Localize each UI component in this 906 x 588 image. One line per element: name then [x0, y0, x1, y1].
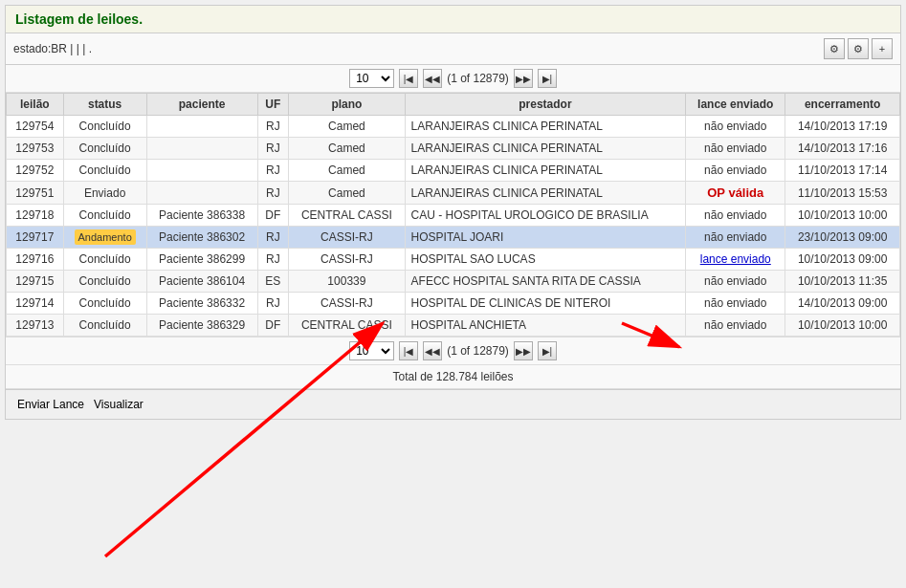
- cell-plano: CENTRAL CASSI: [289, 205, 405, 227]
- cell-status: Concluído: [63, 116, 146, 138]
- cell-lance: OP válida: [686, 182, 785, 205]
- cell-lance: não enviado: [686, 271, 785, 293]
- cell-lance: não enviado: [686, 315, 785, 337]
- cell-encerramento: 10/10/2013 10:00: [785, 205, 900, 227]
- cell-paciente: [146, 160, 257, 182]
- cell-encerramento: 14/10/2013 17:19: [785, 116, 900, 138]
- page-size-select-bottom[interactable]: 10 25 50 100: [349, 341, 394, 360]
- cell-plano: CENTRAL CASSI: [289, 315, 405, 337]
- cell-leilao: 129718: [7, 205, 64, 227]
- cell-encerramento: 23/10/2013 09:00: [785, 227, 900, 249]
- cell-plano: Camed: [289, 116, 405, 138]
- cell-uf: RJ: [257, 138, 289, 160]
- next-page-btn-top[interactable]: ▶▶: [514, 69, 533, 88]
- table-row[interactable]: 129715ConcluídoPaciente 386104ES100339AF…: [7, 271, 900, 293]
- col-prestador: prestador: [405, 94, 686, 116]
- cell-paciente: Paciente 386299: [146, 249, 257, 271]
- cell-uf: RJ: [257, 249, 289, 271]
- cell-paciente: [146, 116, 257, 138]
- cell-status: Concluído: [63, 138, 146, 160]
- table-row[interactable]: 129714ConcluídoPaciente 386332RJCASSI-RJ…: [7, 293, 900, 315]
- cell-status: Concluído: [63, 205, 146, 227]
- cell-status: Enviado: [63, 182, 146, 205]
- cell-leilao: 129751: [7, 182, 64, 205]
- last-page-btn-top[interactable]: ▶|: [538, 69, 557, 88]
- gear-icon-btn[interactable]: ⚙: [848, 38, 869, 59]
- table-row[interactable]: 129716ConcluídoPaciente 386299RJCASSI-RJ…: [7, 249, 900, 271]
- cell-status: Andamento: [63, 227, 146, 249]
- cell-leilao: 129754: [7, 116, 64, 138]
- page-info-top: (1 of 12879): [447, 72, 509, 85]
- cell-prestador: LARANJEIRAS CLINICA PERINATAL: [405, 116, 686, 138]
- cell-paciente: Paciente 386338: [146, 205, 257, 227]
- cell-prestador: LARANJEIRAS CLINICA PERINATAL: [405, 160, 686, 182]
- table-row[interactable]: 129718ConcluídoPaciente 386338DFCENTRAL …: [7, 205, 900, 227]
- cell-prestador: CAU - HOSPITAL UROLOGICO DE BRASILIA: [405, 205, 686, 227]
- cell-plano: Camed: [289, 182, 405, 205]
- table-header: leilão status paciente UF plano prestado…: [7, 94, 900, 116]
- page-size-select-top[interactable]: 10 25 50 100: [349, 69, 394, 88]
- col-leilao: leilão: [7, 94, 64, 116]
- total-bar: Total de 128.784 leilões: [6, 365, 900, 389]
- cell-leilao: 129714: [7, 293, 64, 315]
- cell-paciente: Paciente 386329: [146, 315, 257, 337]
- visualizar-link[interactable]: Visualizar: [94, 398, 144, 411]
- prev-page-btn-bottom[interactable]: ◀◀: [423, 341, 442, 360]
- cell-uf: RJ: [257, 182, 289, 205]
- table-row[interactable]: 129713ConcluídoPaciente 386329DFCENTRAL …: [7, 315, 900, 337]
- col-paciente: paciente: [146, 94, 257, 116]
- table-row[interactable]: 129751EnviadoRJCamedLARANJEIRAS CLINICA …: [7, 182, 900, 205]
- cell-paciente: [146, 138, 257, 160]
- table-row[interactable]: 129754ConcluídoRJCamedLARANJEIRAS CLINIC…: [7, 116, 900, 138]
- page-wrapper: Listagem de leiloes. estado:BR | | | . ⚙…: [5, 5, 901, 420]
- col-plano: plano: [289, 94, 405, 116]
- cell-uf: DF: [257, 315, 289, 337]
- cell-encerramento: 10/10/2013 11:35: [785, 271, 900, 293]
- cell-prestador: HOSPITAL DE CLINICAS DE NITEROI: [405, 293, 686, 315]
- page-info-bottom: (1 of 12879): [447, 344, 509, 358]
- col-uf: UF: [257, 94, 289, 116]
- cell-leilao: 129753: [7, 138, 64, 160]
- cell-lance: não enviado: [686, 293, 785, 315]
- cell-lance: não enviado: [686, 116, 785, 138]
- cell-lance[interactable]: lance enviado: [686, 249, 785, 271]
- cell-leilao: 129713: [7, 315, 64, 337]
- table-row[interactable]: 129752ConcluídoRJCamedLARANJEIRAS CLINIC…: [7, 160, 900, 182]
- cell-uf: ES: [257, 271, 289, 293]
- filter-text: estado:BR | | | .: [13, 42, 92, 55]
- next-page-btn-bottom[interactable]: ▶▶: [514, 341, 533, 360]
- cell-paciente: Paciente 386332: [146, 293, 257, 315]
- leiloes-table: leilão status paciente UF plano prestado…: [6, 93, 900, 337]
- cell-encerramento: 10/10/2013 09:00: [785, 249, 900, 271]
- prev-page-btn-top[interactable]: ◀◀: [423, 69, 442, 88]
- enviar-lance-link[interactable]: Enviar Lance: [17, 398, 84, 411]
- cell-encerramento: 14/10/2013 09:00: [785, 293, 900, 315]
- cell-lance: não enviado: [686, 227, 785, 249]
- first-page-btn-bottom[interactable]: |◀: [399, 341, 418, 360]
- cell-leilao: 129752: [7, 160, 64, 182]
- cell-status: Concluído: [63, 293, 146, 315]
- cell-uf: RJ: [257, 160, 289, 182]
- cell-lance: não enviado: [686, 160, 785, 182]
- cell-encerramento: 11/10/2013 15:53: [785, 182, 900, 205]
- table-row[interactable]: 129753ConcluídoRJCamedLARANJEIRAS CLINIC…: [7, 138, 900, 160]
- settings-icon-btn[interactable]: ⚙: [824, 38, 845, 59]
- cell-leilao: 129717: [7, 227, 64, 249]
- cell-prestador: LARANJEIRAS CLINICA PERINATAL: [405, 138, 686, 160]
- col-encerramento: encerramento: [785, 94, 900, 116]
- cell-prestador: HOSPITAL JOARI: [405, 227, 686, 249]
- col-status: status: [63, 94, 146, 116]
- last-page-btn-bottom[interactable]: ▶|: [538, 341, 557, 360]
- cell-encerramento: 14/10/2013 17:16: [785, 138, 900, 160]
- cell-status: Concluído: [63, 160, 146, 182]
- cell-plano: CASSI-RJ: [289, 249, 405, 271]
- top-pagination-bar: 10 25 50 100 |◀ ◀◀ (1 of 12879) ▶▶ ▶|: [6, 65, 900, 93]
- table-row[interactable]: 129717AndamentoPaciente 386302RJCASSI-RJ…: [7, 227, 900, 249]
- cell-prestador: HOSPITAL SAO LUCAS: [405, 249, 686, 271]
- cell-plano: CASSI-RJ: [289, 293, 405, 315]
- first-page-btn-top[interactable]: |◀: [399, 69, 418, 88]
- cell-leilao: 129715: [7, 271, 64, 293]
- plus-icon-btn[interactable]: +: [872, 38, 893, 59]
- col-lance: lance enviado: [686, 94, 785, 116]
- cell-uf: RJ: [257, 293, 289, 315]
